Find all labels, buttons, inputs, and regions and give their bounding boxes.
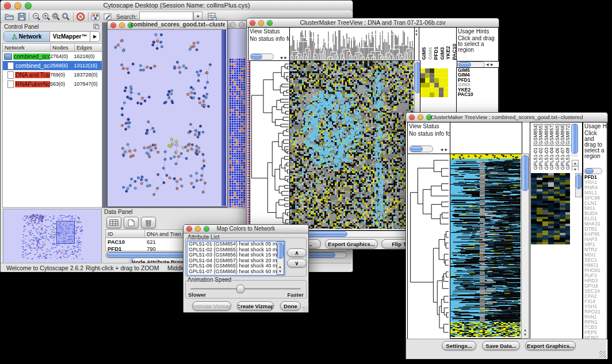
- gene-list-scrollbar[interactable]: [584, 168, 602, 174]
- tab-vizmapper[interactable]: VizMapper™: [50, 32, 90, 41]
- tv1-row-dendrogram-canvas[interactable]: [250, 61, 289, 229]
- scroll-left-icon[interactable]: ◀: [486, 62, 489, 67]
- zoom-fit-icon[interactable]: [51, 12, 61, 21]
- tv2-column-label[interactable]: GPL51-02 (GSM855): [538, 124, 544, 170]
- save-session-icon[interactable]: [17, 12, 26, 21]
- scroll-right-icon[interactable]: ▶: [445, 147, 447, 152]
- treeview2-window[interactable]: ClusterMaker TreeView : combined_scores_…: [406, 112, 608, 359]
- animation-speed-slider-track[interactable]: [190, 288, 301, 290]
- edges-count: 13112(15): [74, 63, 102, 68]
- col-nodes[interactable]: Nodes: [51, 44, 75, 51]
- tv2-zoom-heatmap-canvas[interactable]: [531, 173, 570, 244]
- network-window-title-bar[interactable]: combined_scores_good.txt--cluste...: [108, 21, 227, 30]
- col-edges[interactable]: Edges: [75, 44, 101, 51]
- close-icon[interactable]: [110, 22, 116, 28]
- move-up-button[interactable]: ∧: [287, 248, 307, 257]
- tv2-zoom-scrollbar[interactable]: [575, 173, 582, 197]
- tv2-column-label[interactable]: GPL51-08 (GSM872): [565, 124, 571, 170]
- tv1-column-label[interactable]: GIM3: [439, 47, 445, 60]
- tv1-column-label[interactable]: GIM5: [421, 47, 427, 60]
- settings-button[interactable]: Settings...: [442, 341, 476, 350]
- network-graph-canvas[interactable]: [108, 30, 221, 206]
- zoom-in-icon[interactable]: [41, 12, 51, 21]
- tv2-column-label[interactable]: GPL51-04 (GSM857): [549, 124, 554, 170]
- tv1-column-dendrogram-canvas[interactable]: [290, 28, 414, 60]
- treeview2-title-bar[interactable]: ClusterMaker TreeView : combined_scores_…: [406, 113, 607, 122]
- export-graphics-button[interactable]: Export Graphics...: [325, 239, 378, 248]
- tv1-column-label[interactable]: GIM4: [427, 47, 433, 60]
- resize-grip[interactable]: [303, 306, 308, 312]
- nodes-count: 2764(0): [50, 53, 74, 59]
- tv1-column-label[interactable]: PFD1: [433, 47, 439, 60]
- scroll-left-icon[interactable]: ◀: [280, 55, 282, 60]
- attribute-list-scrollbar[interactable]: ▲▼: [277, 242, 284, 275]
- animation-speed-slider-thumb[interactable]: [236, 285, 244, 293]
- tv1-row-label[interactable]: PAC10: [457, 92, 498, 97]
- scroll-thumb[interactable]: [576, 174, 582, 189]
- close-icon[interactable]: [230, 22, 236, 28]
- help-icon[interactable]: [76, 12, 86, 21]
- float-panel-icon[interactable]: [93, 24, 102, 29]
- tv1-heatmap-canvas[interactable]: [290, 61, 414, 229]
- select-attributes-icon[interactable]: [106, 217, 121, 228]
- network-view-window-back[interactable]: [227, 20, 248, 209]
- create-vizmap-button[interactable]: Create Vizmap: [237, 301, 274, 311]
- scroll-left-icon[interactable]: ◀: [440, 147, 443, 152]
- network-view-window[interactable]: combined_scores_good.txt--cluste...: [107, 20, 228, 207]
- new-attribute-icon[interactable]: [124, 217, 139, 228]
- export-graphics-button[interactable]: Export Graphics...: [525, 341, 576, 350]
- col-network[interactable]: Network: [3, 44, 51, 51]
- map-colors-dialog[interactable]: Map Colors to Network Attribute List GPL…: [183, 224, 309, 313]
- data-col-id[interactable]: ID: [106, 230, 145, 237]
- zoom-out-icon[interactable]: [32, 12, 41, 21]
- tv1-row-dendrogram-panel[interactable]: [250, 60, 290, 231]
- main-title-bar[interactable]: Cytoscape Desktop (Session Name: collins…: [1, 1, 353, 11]
- tab-network[interactable]: Network: [4, 32, 50, 41]
- delete-attribute-icon[interactable]: [141, 217, 156, 228]
- move-down-button[interactable]: ∨: [287, 259, 307, 267]
- scroll-right-icon[interactable]: ▶: [284, 55, 287, 60]
- network-window-right-scrollbar[interactable]: [221, 30, 226, 206]
- open-session-icon[interactable]: [4, 12, 14, 21]
- network-tree-row[interactable]: RNAPuberNov2 +563(0)107847(0): [3, 79, 102, 89]
- animate-vizmap-button[interactable]: Animate Vizmap: [192, 301, 231, 311]
- scroll-right-icon[interactable]: ▶: [491, 62, 494, 67]
- tab-overflow-icon[interactable]: ▶: [90, 32, 100, 41]
- tv1-heatmap-panel[interactable]: [289, 60, 415, 231]
- resize-grip[interactable]: [599, 351, 606, 358]
- tv1-column-label[interactable]: YKE2: [445, 46, 451, 60]
- zoom-selected-icon[interactable]: [61, 12, 71, 21]
- network-overview-canvas[interactable]: [3, 209, 100, 262]
- tv2-heatmap-panel[interactable]: [450, 154, 522, 339]
- tv2-column-dendrogram-panel[interactable]: [450, 122, 522, 154]
- tv2-heatmap-vscrollbar[interactable]: ▲▼: [521, 154, 529, 339]
- tv2-row-dendrogram-canvas[interactable]: [408, 154, 449, 338]
- scroll-thumb[interactable]: [571, 124, 578, 154]
- tv2-heatmap-canvas[interactable]: [450, 154, 521, 337]
- gene-list[interactable]: PFD1YRA1RNR4MSL1SPC98CLN1NIS1BUD4ELG1MAK…: [584, 175, 600, 339]
- tv1-zoom-heatmap-canvas[interactable]: [420, 68, 448, 97]
- attribute-list[interactable]: GPL51-01 (GSM854) heat shock 05 minGPL51…: [187, 241, 285, 275]
- doc-icon: [7, 81, 14, 88]
- tv2-row-dendrogram-panel[interactable]: [407, 154, 450, 340]
- network-overview-panel[interactable]: [3, 209, 102, 264]
- scroll-thumb[interactable]: [522, 155, 529, 191]
- network-tree-row[interactable]: combined_scores2764(0)16218(0): [3, 52, 102, 61]
- tv1-column-dendrogram-panel[interactable]: [289, 27, 415, 62]
- back-window-title-bar[interactable]: [227, 21, 247, 29]
- vizmapper-icon[interactable]: [91, 12, 101, 21]
- network-tree-row[interactable]: DNA and Tran 07769(0)183728(0): [3, 70, 102, 79]
- minimize-icon[interactable]: [119, 22, 125, 28]
- usage-hints-title: Usage Hints: [457, 28, 498, 35]
- dialog-title-bar[interactable]: Map Colors to Network: [183, 225, 308, 233]
- scroll-thumb[interactable]: [277, 243, 284, 259]
- minimize-icon[interactable]: [239, 22, 244, 28]
- done-button[interactable]: Done: [280, 301, 301, 311]
- tv2-status-scrollbar[interactable]: [409, 145, 433, 152]
- tv2-collabels-scrollbar[interactable]: [571, 124, 578, 157]
- attribute-list-item[interactable]: GPL51-07 (GSM868) heat shock 60 min: [188, 269, 284, 275]
- tv1-status-scrollbar[interactable]: [250, 53, 274, 60]
- save-data-button[interactable]: Save Data...: [482, 341, 520, 350]
- treeview1-title-bar[interactable]: ClusterMaker TreeView : DNA and Tran 07-…: [247, 18, 499, 28]
- network-tree-row[interactable]: combined_sco2569(6)13112(15): [3, 61, 102, 70]
